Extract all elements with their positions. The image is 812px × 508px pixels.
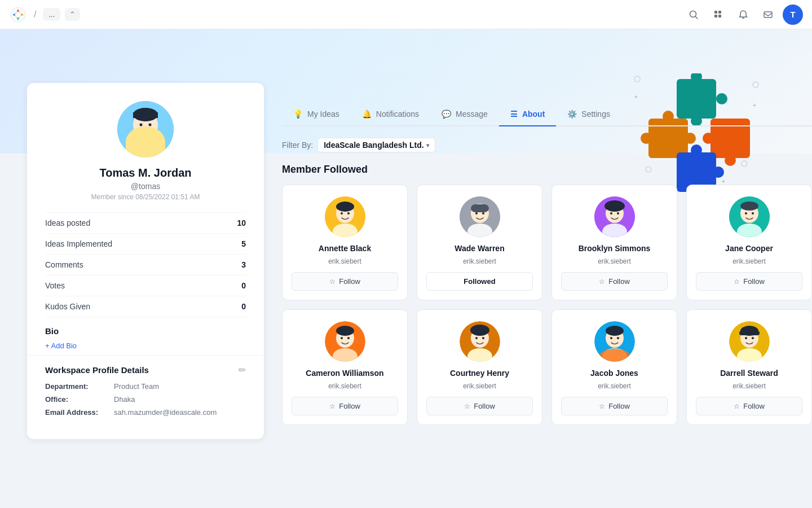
profile-name: Tomas M. Jordan bbox=[45, 167, 246, 179]
member-username-brooklyn: erik.siebert bbox=[598, 257, 631, 265]
apps-icon[interactable] bbox=[708, 5, 729, 25]
tab-settings-label: Settings bbox=[581, 110, 610, 119]
svg-point-78 bbox=[606, 326, 624, 336]
member-username-cameron: erik.siebert bbox=[328, 382, 361, 390]
notifications-icon[interactable] bbox=[733, 5, 753, 25]
svg-point-86 bbox=[745, 337, 747, 339]
svg-point-73 bbox=[482, 337, 484, 339]
svg-rect-5 bbox=[714, 15, 717, 17]
follow-label: Follow bbox=[743, 277, 765, 286]
breadcrumb-menu[interactable]: ... bbox=[43, 8, 60, 21]
topbar-chevron-btn[interactable]: ⌃ bbox=[65, 8, 80, 21]
topbar: / ... ⌃ T bbox=[0, 0, 812, 29]
svg-point-54 bbox=[617, 212, 619, 214]
follow-label: Follow bbox=[339, 277, 360, 286]
member-card-jacob: Jacob Jones erik.siebert ☆ Follow bbox=[551, 309, 677, 425]
svg-point-52 bbox=[604, 200, 625, 212]
tab-my-ideas[interactable]: 💡 My Ideas bbox=[282, 103, 351, 126]
member-username-jane: erik.siebert bbox=[732, 257, 766, 265]
detail-value: Product Team bbox=[114, 382, 159, 391]
member-name-courtney: Courtney Henry bbox=[450, 369, 509, 378]
svg-rect-33 bbox=[133, 112, 158, 118]
stat-value: 5 bbox=[241, 239, 246, 248]
svg-point-87 bbox=[752, 337, 754, 339]
member-username-annette: erik.siebert bbox=[328, 257, 361, 265]
member-grid-row2: Cameron Williamson erik.siebert ☆ Follow bbox=[282, 309, 812, 425]
member-avatar-jane bbox=[729, 196, 770, 237]
detail-label: Department: bbox=[45, 382, 107, 391]
tab-settings[interactable]: ⚙️ Settings bbox=[556, 103, 621, 126]
follow-button-annette[interactable]: ☆ Follow bbox=[292, 272, 398, 291]
member-grid-row1: Annette Black erik.siebert ☆ Follow bbox=[282, 185, 812, 300]
follow-button-darrell[interactable]: ☆ Follow bbox=[696, 397, 802, 415]
detail-value: Dhaka bbox=[114, 395, 135, 404]
stat-value: 3 bbox=[241, 260, 246, 269]
followed-label: Followed bbox=[464, 277, 495, 286]
about-icon: ☰ bbox=[510, 110, 518, 119]
svg-point-1 bbox=[16, 13, 20, 16]
follow-button-jane[interactable]: ☆ Follow bbox=[696, 272, 802, 291]
svg-point-30 bbox=[127, 138, 164, 157]
follow-button-brooklyn[interactable]: ☆ Follow bbox=[561, 272, 668, 291]
stat-label: Ideas posted bbox=[45, 218, 90, 227]
member-username-jacob: erik.siebert bbox=[598, 382, 631, 390]
tab-notifications[interactable]: 🔔 Notifications bbox=[351, 103, 430, 126]
svg-point-80 bbox=[617, 337, 619, 339]
svg-rect-7 bbox=[764, 12, 772, 17]
star-icon: ☆ bbox=[329, 278, 336, 286]
svg-point-61 bbox=[752, 212, 754, 214]
svg-point-66 bbox=[341, 337, 343, 339]
star-icon: ☆ bbox=[464, 402, 470, 410]
svg-point-41 bbox=[341, 212, 343, 214]
member-card-cameron: Cameron Williamson erik.siebert ☆ Follow bbox=[282, 309, 408, 425]
member-avatar-jacob bbox=[594, 321, 635, 362]
stat-ideas-posted: Ideas posted 10 bbox=[45, 213, 246, 234]
svg-point-40 bbox=[336, 202, 354, 212]
workspace-section: Workspace Profile Details ✏ Department: … bbox=[45, 356, 246, 426]
stat-label: Comments bbox=[45, 260, 83, 269]
mail-icon[interactable] bbox=[758, 5, 778, 25]
member-card-brooklyn: Brooklyn Simmons erik.siebert ☆ Follow bbox=[551, 185, 677, 300]
detail-label: Office: bbox=[45, 395, 107, 404]
tab-message[interactable]: 💬 Message bbox=[430, 103, 499, 126]
workspace-title: Workspace Profile Details bbox=[45, 365, 149, 375]
followed-button-wade[interactable]: Followed bbox=[426, 272, 533, 291]
member-username-darrell: erik.siebert bbox=[732, 382, 766, 390]
app-logo[interactable] bbox=[9, 6, 27, 24]
follow-button-courtney[interactable]: ☆ Follow bbox=[426, 397, 533, 415]
breadcrumb-slash: / bbox=[34, 10, 36, 20]
member-avatar-wade bbox=[460, 196, 500, 237]
filter-dropdown[interactable]: IdeaScale Bangladesh Ltd. ▾ bbox=[317, 138, 435, 152]
filter-value: IdeaScale Bangladesh Ltd. bbox=[324, 141, 423, 150]
main-layout: Tomas M. Jordan @tomas Member since 08/2… bbox=[0, 29, 812, 508]
svg-point-35 bbox=[149, 124, 152, 126]
detail-label: Email Address: bbox=[45, 408, 107, 417]
search-icon[interactable] bbox=[683, 5, 704, 25]
member-name-jane: Jane Cooper bbox=[725, 244, 773, 253]
content-area: 💡 My Ideas 🔔 Notifications 💬 Message ☰ A… bbox=[264, 29, 812, 508]
add-bio-link[interactable]: + Add Bio bbox=[45, 341, 77, 350]
detail-value: sah.mazumder@ideascale.com bbox=[114, 408, 217, 417]
member-name-brooklyn: Brooklyn Simmons bbox=[579, 244, 651, 253]
filter-bar: Filter By: IdeaScale Bangladesh Ltd. ▾ bbox=[282, 138, 812, 152]
member-username-wade: erik.siebert bbox=[463, 257, 496, 265]
tab-message-label: Message bbox=[456, 110, 488, 119]
member-avatar-brooklyn bbox=[594, 196, 635, 237]
bio-section: Bio + Add Bio bbox=[45, 317, 246, 355]
star-icon: ☆ bbox=[329, 402, 336, 410]
edit-icon[interactable]: ✏ bbox=[239, 365, 246, 375]
svg-point-36 bbox=[148, 130, 158, 140]
stat-label: Ideas Implemented bbox=[45, 239, 112, 248]
stat-votes: Votes 0 bbox=[45, 275, 246, 296]
settings-icon: ⚙️ bbox=[567, 110, 577, 119]
member-name-cameron: Cameron Williamson bbox=[306, 369, 383, 378]
svg-point-59 bbox=[740, 202, 758, 211]
tab-about[interactable]: ☰ About bbox=[499, 103, 556, 126]
tab-my-ideas-label: My Ideas bbox=[307, 110, 339, 119]
user-avatar[interactable]: T bbox=[783, 5, 803, 25]
follow-button-jacob[interactable]: ☆ Follow bbox=[561, 397, 668, 415]
tabs-bar: 💡 My Ideas 🔔 Notifications 💬 Message ☰ A… bbox=[282, 103, 812, 126]
member-name-wade: Wade Warren bbox=[454, 244, 504, 253]
follow-label: Follow bbox=[474, 402, 495, 410]
follow-button-cameron[interactable]: ☆ Follow bbox=[292, 397, 398, 415]
